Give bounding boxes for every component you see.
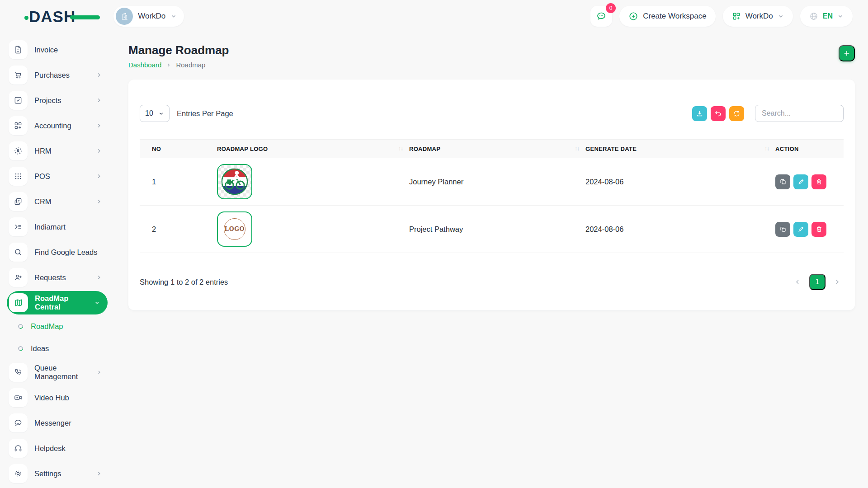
cell-roadmap-name: Journey Planner: [409, 158, 585, 206]
sort-icon[interactable]: ↑↓: [764, 145, 769, 152]
chevron-left-icon: [794, 278, 801, 286]
edit-button[interactable]: [793, 222, 808, 237]
logo-text: DASH: [29, 8, 75, 25]
sidebar-item-label: Settings: [34, 469, 61, 478]
sidebar-subitem-ideas[interactable]: Ideas: [0, 338, 118, 360]
main-content: Manage Roadmap Dashboard Roadmap 10 E: [118, 33, 868, 488]
sidebar-item-label: Messenger: [34, 419, 71, 427]
breadcrumb-dashboard-link[interactable]: Dashboard: [128, 61, 161, 69]
workspace-selector[interactable]: WorkDo: [113, 6, 184, 27]
chevron-down-icon: [94, 300, 100, 306]
cell-roadmap-name: Project Pathway: [409, 206, 585, 253]
delete-button[interactable]: [811, 174, 826, 189]
next-page-button[interactable]: [831, 276, 844, 288]
globe-icon: [809, 12, 818, 21]
blocks-plus-icon: [14, 121, 23, 130]
export-download-button[interactable]: [692, 106, 707, 121]
sidebar-item-label: HRM: [34, 147, 52, 155]
user-plus-icon: [14, 273, 23, 282]
sidebar-item-helpdesk[interactable]: Helpdesk: [0, 436, 118, 461]
gear-icon: [14, 469, 23, 478]
copy-link-button[interactable]: [775, 174, 790, 189]
column-header-action: ACTION: [775, 140, 844, 158]
chevron-right-icon: [96, 122, 102, 129]
entries-per-page-label: Entries Per Page: [177, 109, 233, 118]
table-header-row: NO ROADMAP LOGO↑↓ ROADMAP↑↓ GENERATE DAT…: [140, 140, 844, 158]
cell-generate-date: 2024-08-06: [585, 158, 775, 206]
sidebar-item-find-google-leads[interactable]: Find Google Leads: [0, 239, 118, 265]
entries-per-page-select[interactable]: 10: [140, 105, 170, 122]
chat-bubble-icon: [14, 418, 23, 427]
add-roadmap-button[interactable]: [839, 45, 855, 61]
search-input[interactable]: [755, 105, 844, 122]
page-title: Manage Roadmap: [128, 43, 229, 57]
chevron-right-icon: [96, 97, 102, 103]
sort-icon[interactable]: ↑↓: [575, 145, 579, 152]
sidebar-item-label: Video Hub: [34, 394, 69, 402]
cart-icon: [14, 70, 23, 80]
row-actions: [775, 222, 837, 237]
roadmap-logo-image: [217, 164, 252, 199]
search-icon: [14, 248, 23, 257]
sidebar-item-roadmap-central[interactable]: RoadMap Central: [7, 291, 108, 314]
delete-button[interactable]: [811, 222, 826, 237]
sidebar-item-label: Requests: [34, 273, 66, 282]
sidebar-item-settings[interactable]: Settings: [0, 461, 118, 486]
refresh-button[interactable]: [729, 106, 744, 121]
sidebar-item-accounting[interactable]: Accounting: [0, 113, 118, 138]
chevron-right-icon: [96, 470, 102, 477]
previous-page-button[interactable]: [791, 276, 804, 288]
bullet-icon: [17, 345, 24, 352]
roadmap-table: NO ROADMAP LOGO↑↓ ROADMAP↑↓ GENERATE DAT…: [140, 139, 844, 253]
app-switcher-dropdown[interactable]: WorkDo: [723, 6, 793, 27]
sidebar-item-label: POS: [34, 172, 50, 181]
user-focus-icon: [14, 146, 23, 155]
create-workspace-button[interactable]: Create Workspace: [619, 6, 715, 27]
sidebar-item-label: Purchases: [34, 71, 70, 80]
trash-icon: [816, 225, 823, 233]
headphones-icon: [14, 444, 23, 453]
sidebar-item-messenger[interactable]: Messenger: [0, 410, 118, 436]
sidebar-item-label: Find Google Leads: [34, 248, 97, 257]
copy-icon: [779, 178, 787, 185]
sort-icon[interactable]: ↑↓: [398, 145, 403, 152]
column-header-roadmap-logo[interactable]: ROADMAP LOGO↑↓: [217, 140, 409, 158]
sidebar-item-projects[interactable]: Projects: [0, 88, 118, 113]
sidebar-item-purchases[interactable]: Purchases: [0, 62, 118, 88]
download-icon: [696, 110, 703, 117]
header-actions: 0 Create Workspace WorkDo EN: [590, 6, 853, 27]
table-row: 2 LOGO Project Pathway 2024-08-06: [140, 206, 844, 253]
sidebar-item-label: RoadMap Central: [35, 294, 94, 311]
page-number-button[interactable]: 1: [809, 274, 826, 290]
logo-dash: [70, 15, 100, 19]
pencil-icon: [797, 178, 805, 185]
column-header-roadmap[interactable]: ROADMAP↑↓: [409, 140, 585, 158]
sidebar-item-label: Projects: [34, 96, 61, 105]
undo-button[interactable]: [711, 106, 726, 121]
copy-link-button[interactable]: [775, 222, 790, 237]
plus-circle-icon: [628, 11, 638, 21]
column-header-generate-date[interactable]: GENERATE DATE↑↓: [585, 140, 775, 158]
sidebar-item-indiamart[interactable]: Indiamart: [0, 214, 118, 239]
sidebar-item-crm[interactable]: CRM: [0, 189, 118, 214]
sidebar-item-hrm[interactable]: HRM: [0, 138, 118, 164]
breadcrumb: Dashboard Roadmap: [128, 61, 229, 69]
sidebar-subitem-roadmap[interactable]: RoadMap: [0, 315, 118, 338]
language-dropdown[interactable]: EN: [800, 6, 853, 27]
sidebar-item-requests[interactable]: Requests: [0, 265, 118, 290]
plus-icon: [843, 49, 851, 57]
sidebar-item-pos[interactable]: POS: [0, 164, 118, 189]
sidebar-item-video-hub[interactable]: Video Hub: [0, 385, 118, 410]
workspace-avatar: [116, 8, 133, 25]
sidebar-item-queue-management[interactable]: Queue Management: [0, 360, 118, 385]
sidebar-item-invoice[interactable]: Invoice: [0, 37, 118, 62]
edit-button[interactable]: [793, 174, 808, 189]
column-header-no[interactable]: NO: [140, 140, 217, 158]
cell-generate-date: 2024-08-06: [585, 206, 775, 253]
messages-button[interactable]: 0: [590, 6, 612, 27]
language-code: EN: [823, 12, 833, 20]
showing-entries-text: Showing 1 to 2 of 2 entries: [140, 278, 228, 286]
table-row: 1: [140, 158, 844, 206]
row-actions: [775, 174, 837, 189]
building-icon: [120, 12, 129, 21]
